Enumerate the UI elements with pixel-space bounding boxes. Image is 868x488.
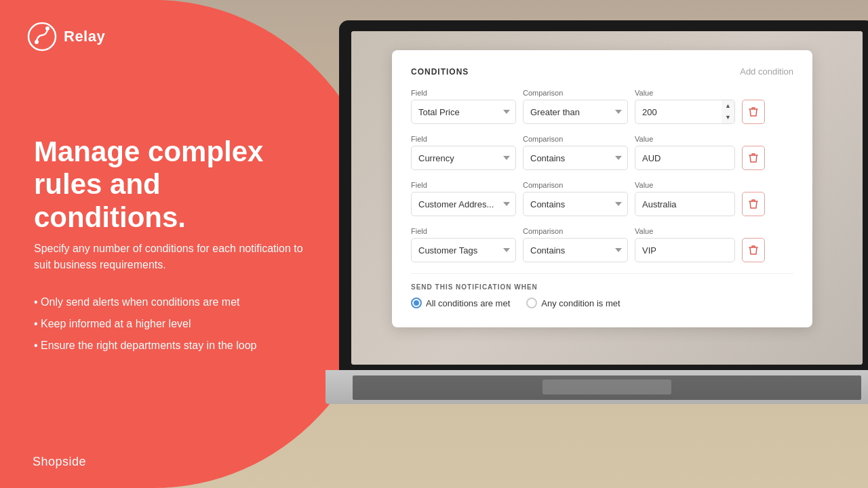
radio-group: All conditions are met Any condition is … (411, 298, 793, 308)
field-label-2: Field (411, 135, 516, 143)
headline: Manage complex rules and conditions. (34, 136, 319, 234)
value-input-1[interactable] (635, 100, 722, 124)
delete-btn-3[interactable] (742, 192, 765, 216)
brand-bottom: Shopside (33, 455, 86, 469)
delete-btn-2[interactable] (742, 146, 765, 170)
relay-logo-icon (27, 22, 57, 52)
value-spinners-1: ▲ ▼ (722, 100, 735, 124)
value-col-2: Value (635, 135, 735, 170)
field-col-3: Field Customer Addres... (411, 181, 516, 216)
value-label-1: Value (635, 89, 735, 97)
logo-text: Relay (64, 28, 105, 45)
bullet-item-3: Ensure the right departments stay in the… (34, 335, 256, 357)
bullet-list: Only send alerts when conditions are met… (34, 291, 256, 357)
comparison-select-1[interactable]: Greater than (523, 100, 628, 124)
value-up-1[interactable]: ▲ (722, 100, 734, 112)
send-when-title: SEND THIS NOTIFICATION WHEN (411, 283, 793, 291)
value-input-4[interactable] (635, 238, 735, 262)
value-label-2: Value (635, 135, 735, 143)
comparison-col-4: Comparison Contains (523, 227, 628, 262)
comparison-label-4: Comparison (523, 227, 628, 235)
bullet-item-2: Keep informed at a higher level (34, 313, 256, 335)
app-panel: CONDITIONS Add condition Field Total Pri… (392, 50, 812, 327)
radio-label-all: All conditions are met (426, 298, 510, 308)
laptop-trackpad (542, 380, 671, 394)
send-when-section: SEND THIS NOTIFICATION WHEN All conditio… (411, 273, 793, 308)
value-col-4: Value (635, 227, 735, 262)
field-label-1: Field (411, 89, 516, 97)
condition-row-2: Field Currency Comparison Contains Value (411, 135, 793, 170)
delete-btn-1[interactable] (742, 100, 765, 124)
field-col-4: Field Customer Tags (411, 227, 516, 262)
field-select-4[interactable]: Customer Tags (411, 238, 516, 262)
trash-icon-1 (749, 106, 758, 117)
radio-circle-any (526, 298, 537, 308)
value-wrap-1: ▲ ▼ (635, 100, 735, 124)
laptop-bezel: CONDITIONS Add condition Field Total Pri… (339, 20, 868, 373)
value-col-1: Value ▲ ▼ (635, 89, 735, 124)
comparison-label-2: Comparison (523, 135, 628, 143)
field-select-3[interactable]: Customer Addres... (411, 192, 516, 216)
radio-circle-all (411, 298, 422, 308)
subtext: Specify any number of conditions for eac… (34, 241, 319, 273)
add-condition-link[interactable]: Add condition (740, 66, 793, 77)
condition-row-3: Field Customer Addres... Comparison Cont… (411, 181, 793, 216)
conditions-header: CONDITIONS Add condition (411, 66, 793, 77)
trash-icon-2 (749, 152, 758, 163)
trash-icon-3 (749, 199, 758, 209)
value-label-3: Value (635, 181, 735, 189)
logo-area: Relay (27, 22, 105, 52)
field-col-2: Field Currency (411, 135, 516, 170)
delete-btn-4[interactable] (742, 238, 765, 262)
laptop-screen: CONDITIONS Add condition Field Total Pri… (351, 31, 863, 365)
field-label-3: Field (411, 181, 516, 189)
trash-icon-4 (749, 245, 758, 256)
laptop: CONDITIONS Add condition Field Total Pri… (326, 20, 868, 481)
comparison-select-4[interactable]: Contains (523, 238, 628, 262)
field-select-1[interactable]: Total Price (411, 100, 516, 124)
comparison-select-2[interactable]: Contains (523, 146, 628, 170)
value-down-1[interactable]: ▼ (722, 112, 734, 123)
value-label-4: Value (635, 227, 735, 235)
condition-row-4: Field Customer Tags Comparison Contains … (411, 227, 793, 262)
comparison-col-3: Comparison Contains (523, 181, 628, 216)
svg-point-1 (35, 40, 39, 44)
comparison-label-3: Comparison (523, 181, 628, 189)
value-col-3: Value (635, 181, 735, 216)
value-input-3[interactable] (635, 192, 735, 216)
svg-point-2 (45, 26, 50, 30)
comparison-label-1: Comparison (523, 89, 628, 97)
radio-all-conditions[interactable]: All conditions are met (411, 298, 510, 308)
value-input-2[interactable] (635, 146, 735, 170)
svg-point-0 (28, 23, 56, 50)
conditions-title: CONDITIONS (411, 67, 469, 77)
bullet-item-1: Only send alerts when conditions are met (34, 291, 256, 313)
field-col-1: Field Total Price (411, 89, 516, 124)
comparison-col-2: Comparison Contains (523, 135, 628, 170)
comparison-select-3[interactable]: Contains (523, 192, 628, 216)
radio-any-condition[interactable]: Any condition is met (526, 298, 620, 308)
field-select-2[interactable]: Currency (411, 146, 516, 170)
field-label-4: Field (411, 227, 516, 235)
radio-label-any: Any condition is met (541, 298, 620, 308)
condition-row-1: Field Total Price Comparison Greater tha… (411, 89, 793, 124)
comparison-col-1: Comparison Greater than (523, 89, 628, 124)
